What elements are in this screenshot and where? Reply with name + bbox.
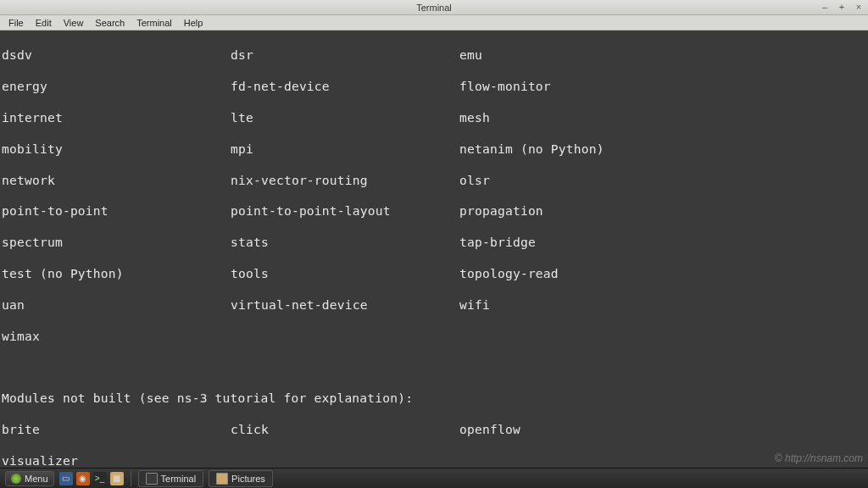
- firefox-icon[interactable]: ◉: [76, 472, 90, 485]
- module-cell: network: [2, 173, 231, 188]
- module-cell: point-to-point: [2, 203, 231, 219]
- start-menu-label: Menu: [25, 474, 48, 484]
- module-cell: mpi: [231, 141, 459, 157]
- files-icon[interactable]: ▦: [110, 472, 124, 485]
- module-cell: nix-vector-routing: [231, 173, 459, 188]
- module-cell: tap-bridge: [459, 235, 866, 250]
- module-cell: mesh: [459, 110, 866, 125]
- menubar: File Edit View Search Terminal Help: [0, 15, 868, 30]
- module-cell: uan: [2, 297, 231, 313]
- section-not-built: Modules not built (see ns-3 tutorial for…: [2, 391, 866, 406]
- menu-help[interactable]: Help: [179, 17, 209, 29]
- module-cell: spectrum: [2, 235, 231, 250]
- terminal-icon[interactable]: >_: [93, 472, 107, 485]
- close-button[interactable]: ×: [853, 1, 865, 13]
- menu-file[interactable]: File: [3, 17, 29, 29]
- module-cell: test (no Python): [2, 266, 231, 281]
- module-cell: fd-net-device: [231, 79, 459, 94]
- module-cell: openflow: [459, 422, 866, 437]
- module-cell: tools: [231, 266, 459, 281]
- blank-line: [2, 360, 866, 375]
- module-cell: stats: [231, 235, 459, 250]
- module-cell: dsdv: [2, 47, 231, 63]
- module-cell: lte: [231, 110, 459, 125]
- module-cell: [231, 453, 459, 468]
- module-cell: brite: [2, 422, 231, 437]
- module-cell: [459, 329, 866, 344]
- window-title: Terminal: [416, 3, 452, 13]
- quick-launch: ▭ ◉ >_ ▦: [59, 472, 124, 485]
- maximize-button[interactable]: +: [836, 1, 848, 13]
- module-cell: [231, 329, 459, 344]
- task-label: Terminal: [161, 474, 197, 484]
- task-pictures[interactable]: Pictures: [209, 470, 273, 487]
- menu-view[interactable]: View: [58, 17, 89, 29]
- module-cell: wimax: [2, 329, 231, 344]
- module-cell: dsr: [231, 47, 459, 63]
- start-menu-button[interactable]: Menu: [5, 471, 54, 486]
- module-cell: [459, 453, 866, 468]
- module-cell: virtual-net-device: [231, 297, 459, 313]
- pictures-task-icon: [216, 473, 228, 485]
- module-cell: mobility: [2, 141, 231, 157]
- terminal-task-icon: [146, 473, 158, 485]
- module-cell: olsr: [459, 173, 866, 188]
- module-cell: visualizer: [2, 453, 231, 468]
- minimize-button[interactable]: –: [819, 1, 831, 13]
- module-cell: point-to-point-layout: [231, 203, 459, 219]
- module-cell: netanim (no Python): [459, 141, 866, 157]
- module-cell: energy: [2, 79, 231, 94]
- module-cell: click: [231, 422, 459, 437]
- window-controls: – + ×: [819, 1, 865, 13]
- module-cell: wifi: [459, 297, 866, 313]
- taskbar: Menu ▭ ◉ >_ ▦ Terminal Pictures: [0, 468, 868, 488]
- module-cell: internet: [2, 110, 231, 125]
- menu-search[interactable]: Search: [90, 17, 130, 29]
- module-cell: emu: [459, 47, 866, 63]
- module-cell: propagation: [459, 203, 866, 219]
- menu-icon: [11, 474, 21, 484]
- taskbar-divider: [131, 471, 131, 486]
- task-label: Pictures: [231, 474, 265, 484]
- menu-terminal[interactable]: Terminal: [131, 17, 177, 29]
- window-titlebar: Terminal – + ×: [0, 0, 868, 15]
- module-cell: topology-read: [459, 266, 866, 281]
- task-terminal[interactable]: Terminal: [138, 470, 204, 487]
- module-cell: flow-monitor: [459, 79, 866, 94]
- menu-edit[interactable]: Edit: [31, 17, 57, 29]
- show-desktop-icon[interactable]: ▭: [59, 472, 73, 485]
- terminal-output[interactable]: dsdvdsremu energyfd-net-deviceflow-monit…: [0, 30, 868, 468]
